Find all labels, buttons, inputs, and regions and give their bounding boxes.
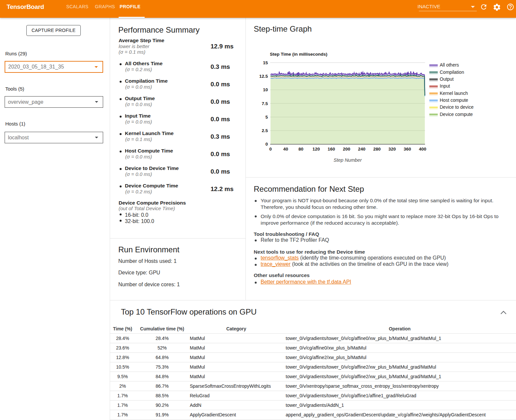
svg-text:40: 40 [283, 147, 288, 152]
svg-text:Device compute: Device compute [440, 112, 473, 117]
svg-text:Compilation: Compilation [440, 70, 464, 75]
svg-text:Host compute: Host compute [440, 98, 469, 103]
svg-text:Output: Output [440, 76, 454, 82]
svg-text:Input: Input [440, 83, 450, 89]
svg-text:240: 240 [358, 147, 366, 152]
svg-text:10: 10 [263, 87, 268, 92]
svg-text:All others: All others [440, 62, 459, 68]
svg-text:80: 80 [299, 147, 303, 152]
svg-text:Step Number: Step Number [333, 157, 362, 163]
svg-text:5: 5 [265, 115, 268, 120]
svg-text:400: 400 [419, 147, 426, 152]
svg-text:12.5: 12.5 [259, 74, 268, 79]
svg-text:Kernel launch: Kernel launch [440, 91, 468, 96]
svg-text:15: 15 [263, 60, 268, 65]
svg-text:320: 320 [388, 147, 396, 152]
svg-text:0: 0 [269, 147, 272, 152]
svg-text:7.5: 7.5 [262, 101, 268, 106]
svg-text:2.5: 2.5 [262, 128, 268, 133]
svg-text:160: 160 [328, 147, 335, 152]
svg-text:280: 280 [373, 147, 381, 152]
svg-text:0: 0 [265, 142, 268, 147]
svg-text:360: 360 [404, 147, 411, 152]
svg-text:120: 120 [312, 147, 320, 152]
svg-text:Device to device: Device to device [440, 104, 474, 110]
svg-text:Step Time (in milliseconds): Step Time (in milliseconds) [270, 52, 328, 57]
svg-text:200: 200 [343, 147, 350, 152]
